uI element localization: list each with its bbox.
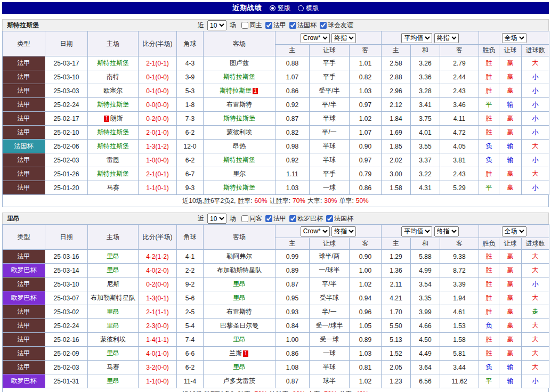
result-goals-cell: 大 — [522, 319, 549, 333]
avg-away-cell: 5.29 — [440, 181, 479, 195]
date-cell: 25-02-06 — [45, 140, 88, 153]
home-team-cell: 马赛 — [88, 361, 139, 374]
average-time-select[interactable]: 终指 — [434, 226, 459, 236]
filter-checkbox-input[interactable] — [265, 22, 272, 29]
avg-home-cell: 5.50 — [382, 319, 411, 333]
result-wdl-cell: 平 — [479, 98, 499, 112]
filter-checkbox[interactable]: 法甲 — [265, 214, 286, 223]
league-cell: 法甲 — [3, 112, 45, 126]
odds-home-cell: 0.86 — [276, 84, 310, 98]
filter-checkbox-input[interactable] — [289, 22, 296, 29]
result-wdl-cell: 平 — [479, 374, 499, 388]
date-cell: 25-02-09 — [45, 347, 88, 361]
odds-handicap-cell: 一球 — [310, 181, 350, 195]
match-row: 法甲25-02-24斯特拉斯堡0-0(0-0)1-8布雷斯特0.92平/半0.9… — [3, 98, 549, 112]
league-cell: 欧罗巴杯 — [3, 291, 45, 305]
filter-checkbox-input[interactable] — [241, 22, 248, 29]
recent-count-select[interactable]: 10 — [207, 20, 226, 30]
result-wdl-cell: 胜 — [479, 305, 499, 319]
handicap-odds-group: Crow* 终指 — [276, 225, 382, 238]
league-cell: 法甲 — [3, 84, 45, 98]
league-cell: 法甲 — [3, 98, 45, 112]
team-name: 昂热 — [233, 142, 246, 150]
team-name: 马赛 — [107, 184, 119, 191]
odds-handicap-cell: 半球 — [310, 153, 350, 167]
odds-provider-select[interactable]: Crow* — [301, 226, 330, 236]
avg-draw-cell: 3.41 — [411, 98, 440, 112]
league-cell: 法甲 — [3, 56, 45, 70]
result-handicap-cell: 赢 — [499, 56, 522, 70]
home-team-cell: 尼斯 — [88, 277, 139, 291]
col-date: 日期 — [45, 225, 88, 250]
score-cell: 1-0(0-0) — [139, 153, 177, 167]
team-name: 巴黎圣日尔曼 — [220, 322, 258, 329]
section-header-bar: 里昂 近 10 场 同客法甲欧罗巴杯法国杯 — [2, 213, 549, 224]
col-date: 日期 — [45, 31, 88, 56]
date-cell: 25-02-17 — [45, 112, 88, 126]
result-goals-cell: 小 — [522, 112, 549, 126]
layout-option-vertical[interactable]: 竖版 — [270, 4, 290, 13]
corners-cell: 2-5 — [177, 305, 204, 319]
filter-checkbox[interactable]: 同主 — [241, 21, 262, 30]
team-name: 里昂 — [233, 294, 246, 301]
filter-checkbox[interactable]: 欧罗巴杯 — [289, 214, 323, 223]
match-tbody: 法甲25-03-16里昂4-2(1-2)4-1勒阿弗尔0.99球半/两0.901… — [3, 250, 549, 388]
league-cell: 欧罗巴杯 — [3, 374, 45, 388]
date-cell: 25-01-31 — [45, 374, 88, 388]
col-avg-away: 客 — [440, 238, 479, 250]
odds-home-cell: 0.88 — [276, 56, 310, 70]
filter-checkbox-input[interactable] — [326, 215, 333, 222]
layout-option-horizontal[interactable]: 横版 — [298, 4, 319, 13]
score-cell: 4-0(1-0) — [139, 347, 177, 361]
filter-checkbox-input[interactable] — [289, 215, 296, 222]
avg-home-cell: 5.13 — [382, 333, 411, 347]
odds-away-cell: 1.01 — [350, 56, 382, 70]
avg-away-cell: 3.39 — [440, 277, 479, 291]
average-odds-select[interactable]: 平均值 — [401, 226, 432, 236]
fulltime-select[interactable]: 全场 — [502, 226, 526, 236]
odds-time-select[interactable]: 终指 — [331, 33, 356, 43]
recent-count-select[interactable]: 10 — [207, 214, 226, 224]
corners-cell: 6-2 — [177, 153, 204, 167]
average-time-select[interactable]: 终指 — [434, 33, 459, 43]
odds-provider-select[interactable]: Crow* — [301, 33, 330, 43]
league-cell: 法国杯 — [3, 140, 45, 153]
home-team-cell: 里昂 — [88, 250, 139, 264]
match-row: 法甲25-03-10南特0-1(0-0)3-9斯特拉斯堡1.07平手0.822.… — [3, 70, 549, 84]
match-row: 法甲25-01-26斯特拉斯堡2-1(0-1)6-7里尔1.11平手0.793.… — [3, 167, 549, 181]
horizontal-layout-radio[interactable] — [298, 5, 304, 11]
filter-checkbox[interactable]: 同客 — [241, 214, 262, 223]
away-team-cell: 兰斯1 — [204, 347, 276, 361]
filter-checkbox[interactable]: 法国杯 — [289, 21, 317, 30]
odds-time-select[interactable]: 终指 — [331, 226, 356, 236]
avg-draw-cell: 5.88 — [411, 250, 440, 264]
home-team-cell: 里昂 — [88, 319, 139, 333]
odds-home-cell: 0.87 — [276, 374, 310, 388]
home-team-cell: 里昂 — [88, 305, 139, 319]
avg-home-cell: 2.11 — [382, 277, 411, 291]
filter-checkbox-input[interactable] — [320, 22, 327, 29]
away-team-cell: 勒阿弗尔 — [204, 250, 276, 264]
odds-away-cell: 0.86 — [350, 181, 382, 195]
filter-checkbox[interactable]: 法甲 — [265, 21, 286, 30]
team-name-title: 斯特拉斯堡 — [7, 21, 39, 30]
fulltime-select[interactable]: 全场 — [502, 33, 526, 43]
corners-cell: 9-3 — [177, 181, 204, 195]
filter-checkbox-input[interactable] — [265, 215, 272, 222]
vertical-layout-radio[interactable] — [270, 5, 276, 11]
match-row: 法甲25-03-16里昂4-2(1-2)4-1勒阿弗尔0.99球半/两0.901… — [3, 250, 549, 264]
filter-checkbox-input[interactable] — [241, 215, 248, 222]
avg-home-cell: 1.58 — [382, 181, 411, 195]
away-team-cell: 昂热 — [204, 140, 276, 153]
corners-cell: 7-4 — [177, 333, 204, 347]
match-row: 欧罗巴杯25-03-14里昂4-0(2-0)2-2布加勒斯特星队0.89一/球半… — [3, 264, 549, 277]
result-wdl-cell: 平 — [479, 181, 499, 195]
col-odds-away: 客 — [350, 238, 382, 250]
filter-checkbox[interactable]: 球会友谊 — [320, 21, 353, 30]
odds-home-cell: 0.92 — [276, 98, 310, 112]
score-cell: 0-1(0-0) — [139, 70, 177, 84]
filter-checkbox[interactable]: 法国杯 — [326, 214, 353, 223]
league-cell: 法甲 — [3, 70, 45, 84]
away-team-cell: 布雷斯特 — [204, 98, 276, 112]
average-odds-select[interactable]: 平均值 — [401, 33, 432, 43]
